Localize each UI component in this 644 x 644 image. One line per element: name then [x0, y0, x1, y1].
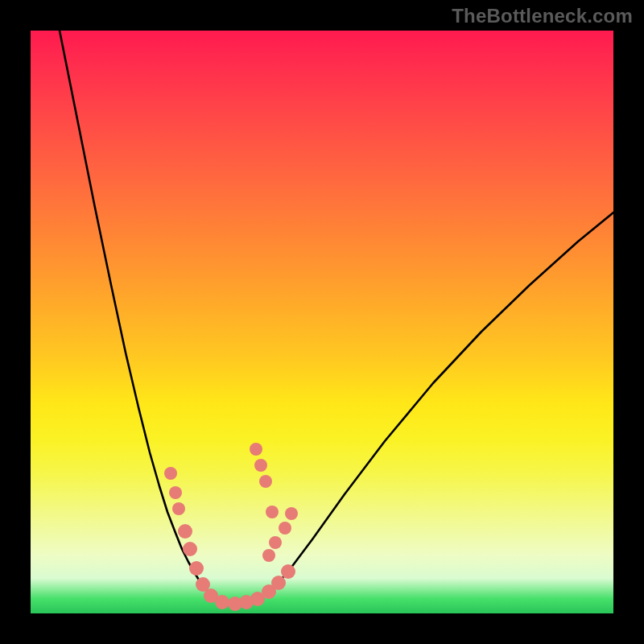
- data-marker: [285, 507, 298, 520]
- data-marker: [271, 576, 286, 590]
- data-marker: [250, 443, 262, 456]
- curve-group: [60, 31, 613, 604]
- data-marker: [262, 549, 275, 562]
- data-marker: [178, 524, 192, 539]
- data-marker: [172, 502, 185, 515]
- data-marker: [164, 467, 177, 480]
- chart-svg: [31, 31, 613, 613]
- data-marker: [269, 536, 282, 549]
- watermark-text: TheBottleneck.com: [452, 5, 633, 27]
- data-marker: [183, 542, 197, 556]
- data-marker: [279, 522, 291, 535]
- data-marker: [169, 486, 182, 499]
- data-marker: [266, 506, 279, 518]
- data-marker: [254, 459, 267, 472]
- data-marker: [281, 564, 295, 579]
- plot-area: [31, 31, 613, 613]
- data-marker: [189, 561, 204, 576]
- data-marker: [215, 595, 229, 609]
- chart-frame: TheBottleneck.com: [0, 0, 644, 644]
- bottleneck-curve: [60, 31, 613, 604]
- data-marker: [259, 475, 272, 488]
- marker-group: [164, 443, 298, 611]
